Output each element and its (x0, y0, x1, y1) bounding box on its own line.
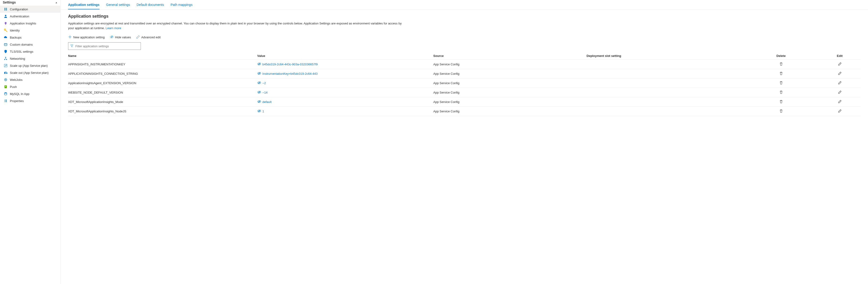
setting-value[interactable]: b45dc019-2c64-443c-903a-032036657f9 (262, 62, 318, 66)
edit-button[interactable] (837, 71, 842, 77)
table-row: APPINSIGHTS_INSTRUMENTATIONKEYb45dc019-2… (68, 60, 861, 69)
delete-button[interactable] (779, 109, 783, 114)
setting-source: App Service Config (433, 110, 460, 113)
setting-value[interactable]: ~2 (262, 81, 266, 85)
plus-icon (68, 35, 72, 39)
delete-button[interactable] (779, 71, 783, 77)
cell-slot (587, 60, 743, 69)
cell-name: APPINSIGHTS_INSTRUMENTATIONKEY (68, 60, 257, 69)
sidebar-item-configuration[interactable]: Configuration (0, 6, 60, 13)
svg-point-19 (4, 92, 7, 93)
sidebar-item-identity[interactable]: Identity (0, 27, 60, 34)
cell-delete (743, 69, 821, 79)
sidebar-item-backups[interactable]: Backups (0, 34, 60, 41)
setting-value[interactable]: ~14 (262, 91, 268, 94)
setting-source: App Service Config (433, 100, 460, 104)
sidebar-item-tls-ssl-settings[interactable]: TLS/SSL settings (0, 48, 60, 55)
sidebar-header: Settings ▲ (0, 0, 60, 6)
sidebar-item-label: Authentication (10, 15, 29, 18)
filter-box[interactable] (68, 42, 141, 50)
key-icon (4, 28, 7, 32)
cell-slot (587, 107, 743, 116)
gear-icon (4, 78, 7, 82)
setting-name: ApplicationInsightsAgent_EXTENSION_VERSI… (68, 81, 136, 85)
svg-point-17 (5, 79, 6, 80)
tab-general-settings[interactable]: General settings (106, 3, 130, 9)
sidebar-item-application-insights[interactable]: Application Insights (0, 20, 60, 27)
sidebar-item-properties[interactable]: Properties (0, 97, 60, 104)
sidebar-item-scale-up-app-service-plan-[interactable]: Scale up (App Service plan) (0, 62, 60, 69)
cell-value: b45dc019-2c64-443c-903a-032036657f9 (257, 60, 433, 69)
sidebar-item-scale-out-app-service-plan-[interactable]: Scale out (App Service plan) (0, 69, 60, 76)
svg-point-4 (5, 22, 7, 24)
sidebar-item-networking[interactable]: Networking (0, 55, 60, 62)
pencil-icon (136, 35, 140, 39)
delete-button[interactable] (779, 80, 783, 86)
col-source: Source (433, 52, 587, 60)
svg-point-9 (5, 57, 6, 58)
hide-values-button[interactable]: Hide values (110, 34, 131, 40)
cell-source: App Service Config (433, 88, 587, 97)
sidebar-item-label: MySQL In App (10, 92, 29, 96)
svg-rect-24 (4, 102, 5, 102)
push-icon (4, 85, 7, 89)
sidebar-item-push[interactable]: Push (0, 83, 60, 90)
sidebar-item-label: Scale out (App Service plan) (10, 71, 49, 75)
sidebar-item-label: Backups (10, 36, 22, 39)
sidebar-item-webjobs[interactable]: WebJobs (0, 76, 60, 83)
setting-name: XDT_MicrosoftApplicationInsights_Mode (68, 100, 123, 104)
cell-delete (743, 60, 821, 69)
tab-application-settings[interactable]: Application settings (68, 3, 99, 9)
edit-button[interactable] (837, 80, 842, 86)
svg-rect-5 (5, 24, 6, 25)
shield-icon (4, 50, 7, 53)
cell-source: App Service Config (433, 60, 587, 69)
sidebar-item-label: Push (10, 85, 17, 89)
section-title: Application settings (61, 14, 868, 21)
edit-button[interactable] (837, 62, 842, 67)
setting-value[interactable]: InstrumentationKey=b45dc019-2c64-443 (262, 72, 318, 76)
sidebar-item-label: Properties (10, 99, 24, 103)
settings-table: Name Value Source Deployment slot settin… (68, 52, 861, 116)
chevron-up-icon[interactable]: ▲ (55, 1, 58, 4)
cell-name: APPLICATIONINSIGHTS_CONNECTION_STRING (68, 69, 257, 79)
eye-off-icon[interactable] (257, 109, 261, 113)
delete-button[interactable] (779, 62, 783, 67)
edit-button[interactable] (837, 109, 842, 114)
filter-input[interactable] (75, 45, 139, 48)
cell-name: ApplicationInsightsAgent_EXTENSION_VERSI… (68, 79, 257, 88)
eye-off-icon[interactable] (257, 90, 261, 94)
cell-value: ~2 (257, 79, 433, 88)
setting-value[interactable]: 1 (262, 110, 264, 113)
cell-value: InstrumentationKey=b45dc019-2c64-443 (257, 69, 433, 79)
eye-off-icon[interactable] (257, 62, 261, 66)
svg-rect-23 (5, 101, 7, 101)
cell-slot (587, 88, 743, 97)
eye-off-icon[interactable] (257, 100, 261, 104)
section-description: Application settings are encrypted at re… (61, 21, 413, 34)
filter-icon (70, 44, 73, 48)
setting-value[interactable]: default (262, 100, 272, 104)
delete-button[interactable] (779, 90, 783, 95)
svg-rect-0 (4, 8, 5, 10)
eye-off-icon[interactable] (257, 72, 261, 76)
sidebar-item-authentication[interactable]: Authentication (0, 13, 60, 20)
advanced-edit-button[interactable]: Advanced edit (136, 34, 161, 40)
new-setting-button[interactable]: New application setting (68, 34, 105, 40)
eye-off-icon[interactable] (257, 81, 261, 85)
learn-more-link[interactable]: Learn more (106, 26, 121, 30)
svg-rect-14 (5, 72, 6, 74)
tab-path-mappings[interactable]: Path mappings (170, 3, 192, 9)
edit-button[interactable] (837, 90, 842, 95)
tab-default-documents[interactable]: Default documents (137, 3, 164, 9)
col-name: Name (68, 52, 257, 60)
cell-source: App Service Config (433, 79, 587, 88)
table-row: ApplicationInsightsAgent_EXTENSION_VERSI… (68, 79, 861, 88)
delete-button[interactable] (779, 99, 783, 105)
table-header-row: Name Value Source Deployment slot settin… (68, 52, 861, 60)
sidebar-item-custom-domains[interactable]: Custom domains (0, 41, 60, 48)
cell-name: XDT_MicrosoftApplicationInsights_NodeJS (68, 107, 257, 116)
sidebar-item-label: TLS/SSL settings (10, 50, 33, 53)
edit-button[interactable] (837, 99, 842, 105)
sidebar-item-mysql-in-app[interactable]: MySQL In App (0, 90, 60, 97)
